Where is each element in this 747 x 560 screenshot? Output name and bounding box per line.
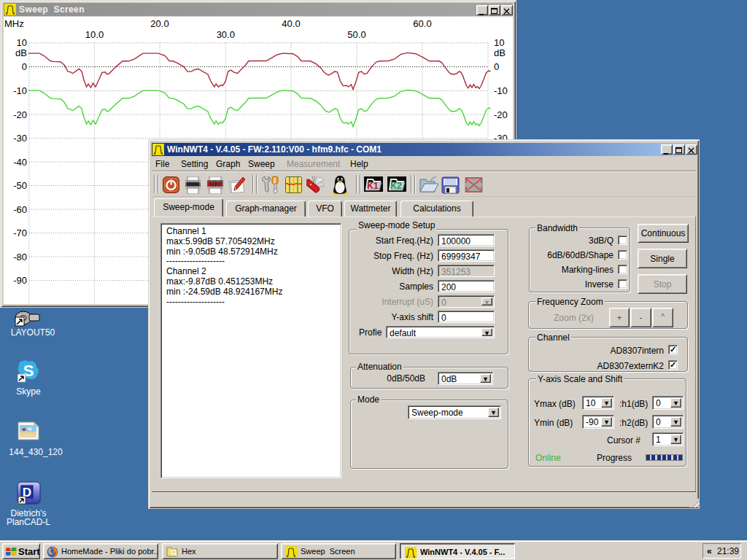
svg-text:10.0: 10.0 [85,29,104,40]
svg-text:MHz: MHz [4,18,24,29]
svg-text:-50: -50 [13,180,27,191]
svg-text:-20: -20 [13,109,27,120]
svg-text:-80: -80 [13,252,27,262]
svg-text:-90: -90 [13,275,27,286]
svg-text:-10: -10 [13,85,27,96]
svg-text:dB: dB [494,47,506,58]
svg-text:-10: -10 [494,85,508,96]
svg-text:0: 0 [494,61,499,72]
svg-text:30.0: 30.0 [217,29,235,40]
svg-text:-60: -60 [13,204,27,215]
svg-text:-70: -70 [13,228,27,238]
svg-text:K2: K2 [390,181,402,191]
svg-text:dB: dB [15,47,27,58]
svg-text:40.0: 40.0 [282,18,300,29]
svg-text:-30: -30 [13,133,27,144]
svg-text:-40: -40 [13,157,27,168]
svg-text:PDF: PDF [207,179,223,188]
svg-text:50.0: 50.0 [347,29,365,40]
svg-text:0: 0 [22,61,27,72]
svg-text:20.0: 20.0 [150,18,169,29]
svg-text:K1: K1 [367,181,379,191]
svg-text:-20: -20 [494,109,508,120]
svg-text:60.0: 60.0 [413,18,431,29]
